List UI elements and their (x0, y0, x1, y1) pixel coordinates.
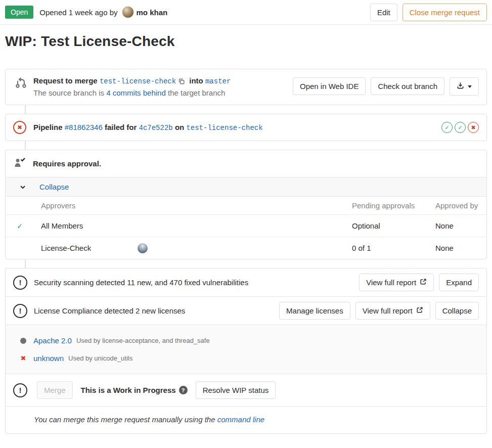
security-expand-button[interactable]: Expand (439, 274, 479, 291)
chevron-down-icon[interactable] (19, 183, 27, 191)
request-to-merge-panel: Request to merge test-license-check into… (5, 69, 487, 105)
approvals-panel: Requires approval. Collapse Approvers Pe… (5, 150, 487, 259)
source-branch-link[interactable]: test-license-check (100, 77, 176, 85)
opened-text: Opened 1 week ago by (39, 8, 117, 17)
pipeline-id-link[interactable]: #81862346 (65, 123, 103, 131)
stage-passed-icon[interactable]: ✓ (441, 122, 453, 133)
manage-licenses-button[interactable]: Manage licenses (279, 302, 350, 320)
merge-button[interactable]: Merge (37, 381, 73, 399)
pipeline-failed-icon[interactable]: ✖ (13, 121, 26, 134)
author-avatar[interactable] (122, 6, 134, 18)
behind-prefix: The source branch is (33, 88, 104, 97)
commit-sha-link[interactable]: 4c7e522b (139, 124, 172, 132)
pipeline-label: Pipeline (33, 123, 63, 131)
neutral-license-icon (20, 338, 26, 344)
pipeline-panel: ✖ Pipeline #81862346 failed for 4c7e522b… (5, 114, 487, 141)
open-web-ide-button[interactable]: Open in Web IDE (293, 77, 366, 95)
download-dropdown-button[interactable] (450, 77, 479, 96)
pipeline-failed-for-label: failed for (105, 123, 137, 131)
pipeline-branch-link[interactable]: test-license-check (186, 124, 262, 132)
warning-icon: ! (13, 304, 27, 318)
widget-connector (25, 105, 26, 114)
resolve-wip-status-button[interactable]: Resolve WIP status (196, 381, 276, 399)
stage-passed-icon[interactable]: ✓ (455, 122, 466, 133)
table-row: ✓ All Members Optional None (6, 214, 486, 237)
approver-name: License-Check (41, 244, 91, 252)
approvals-collapse-row: Collapse (6, 177, 486, 197)
manual-merge-note: You can merge this merge request manuall… (6, 406, 486, 433)
license-used-by: Used by unicode_utils (68, 354, 132, 362)
behind-suffix: the target branch (168, 88, 225, 97)
widget-connector (25, 259, 26, 268)
failed-license-icon: ✖ (21, 354, 26, 362)
pending-approvals-value: 0 of 1 (352, 244, 435, 252)
command-line-link[interactable]: command line (217, 415, 264, 424)
approver-avatar[interactable] (138, 243, 148, 253)
list-item: Apache 2.0 Used by license-acceptance, a… (13, 332, 479, 349)
list-item: ✖ unknown Used by unicode_utils (13, 349, 479, 367)
widget-connector (25, 141, 26, 150)
requires-approval-text: Requires approval. (33, 159, 101, 168)
chevron-down-icon (468, 85, 472, 88)
external-link-icon (416, 306, 423, 315)
license-collapse-button[interactable]: Collapse (435, 302, 479, 320)
approved-by-value: None (435, 221, 486, 230)
merge-request-icon (15, 76, 28, 91)
security-view-full-report-button[interactable]: View full report (359, 274, 434, 291)
pending-approvals-value: Optional (352, 221, 435, 230)
security-report-text: Security scanning detected 11 new, and 4… (34, 278, 359, 287)
warning-icon: ! (13, 383, 27, 397)
wip-row: ! Merge This is a Work in Progress ? Res… (6, 374, 486, 406)
col-pending-approvals: Pending approvals (352, 201, 435, 210)
col-approved-by: Approved by (435, 201, 486, 210)
stage-failed-icon[interactable]: ✖ (468, 122, 479, 133)
license-name-link[interactable]: unknown (33, 354, 64, 363)
edit-button[interactable]: Edit (370, 4, 397, 21)
approved-by-value: None (435, 244, 486, 252)
approvals-collapse-link[interactable]: Collapse (39, 183, 69, 191)
license-compliance-row: ! License Compliance detected 2 new lice… (6, 296, 486, 325)
license-list: Apache 2.0 Used by license-acceptance, a… (6, 325, 486, 374)
license-name-link[interactable]: Apache 2.0 (33, 336, 72, 345)
commits-behind-link[interactable]: 4 commits behind (106, 88, 166, 97)
help-icon[interactable]: ? (179, 386, 188, 394)
license-view-full-report-button[interactable]: View full report (355, 302, 430, 320)
copy-branch-icon[interactable] (178, 78, 185, 86)
warning-icon: ! (13, 276, 27, 290)
checkout-branch-button[interactable]: Check out branch (371, 77, 444, 95)
table-row: License-Check 0 of 1 None (6, 237, 486, 259)
approver-name: All Members (34, 221, 352, 230)
page-title: WIP: Test License-Check (5, 33, 487, 50)
external-link-icon (420, 278, 427, 287)
user-check-icon (13, 157, 26, 170)
status-badge: Open (5, 6, 33, 19)
license-compliance-text: License Compliance detected 2 new licens… (34, 306, 279, 315)
security-report-row: ! Security scanning detected 11 new, and… (6, 268, 486, 296)
pipeline-on-label: on (175, 123, 184, 131)
author-name[interactable]: mo khan (137, 8, 168, 17)
check-icon: ✓ (6, 222, 34, 230)
approvers-table-header: Approvers Pending approvals Approved by (6, 197, 486, 214)
reports-panel: ! Security scanning detected 11 new, and… (5, 268, 487, 434)
col-approvers: Approvers (34, 201, 352, 210)
request-to-merge-label: Request to merge (33, 76, 98, 85)
into-label: into (189, 76, 203, 85)
license-used-by: Used by license-acceptance, and thread_s… (76, 337, 210, 344)
approvers-table: Approvers Pending approvals Approved by … (6, 197, 486, 259)
target-branch-link[interactable]: master (205, 77, 231, 85)
download-icon (457, 82, 464, 91)
pipeline-mini-graph: ✓ ✓ ✖ (441, 122, 479, 133)
close-merge-request-button[interactable]: Close merge request (402, 4, 487, 21)
wip-text: This is a Work in Progress (81, 386, 176, 394)
manual-merge-text: You can merge this merge request manuall… (34, 415, 215, 424)
mr-status-bar: Open Opened 1 week ago by mo khan Edit C… (0, 0, 492, 25)
